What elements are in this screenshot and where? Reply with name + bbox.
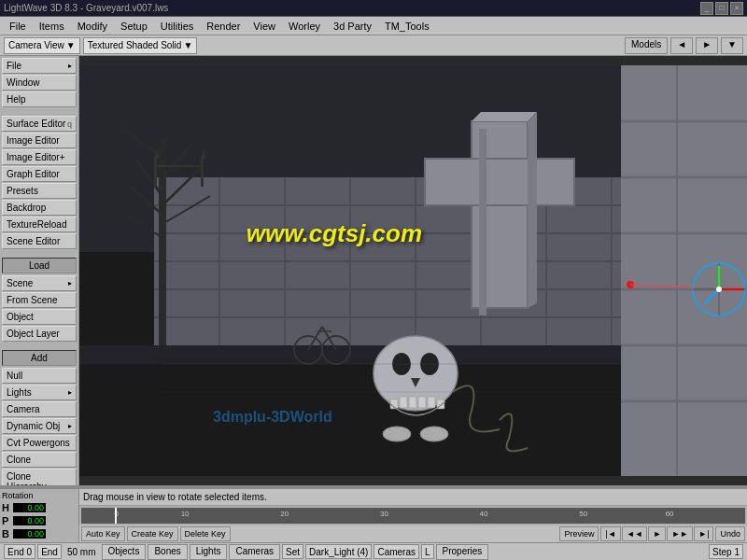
b-value-input[interactable]: [13, 529, 46, 539]
svg-rect-25: [159, 140, 166, 345]
scene-editor-btn[interactable]: Scene Editor: [2, 233, 77, 249]
presets-btn[interactable]: Presets: [2, 183, 77, 199]
object-layer-btn[interactable]: Object Layer: [2, 326, 77, 342]
tick-30: 30: [380, 510, 388, 518]
tick-10: 10: [181, 510, 190, 518]
play-btn[interactable]: ►: [648, 526, 666, 541]
surface-editor-btn[interactable]: Surface Editor q: [2, 116, 77, 132]
close-button[interactable]: ×: [730, 2, 743, 15]
tb-btn1[interactable]: ◄: [670, 37, 693, 54]
menu-utilities[interactable]: Utilities: [155, 20, 199, 33]
svg-rect-34: [201, 159, 204, 187]
camera-btn[interactable]: Camera: [2, 401, 77, 417]
watermark: www.cgtsj.com: [247, 219, 422, 248]
cvt-powergons-btn[interactable]: Cvt Powergons: [2, 435, 77, 451]
menu-render[interactable]: Render: [201, 20, 246, 33]
svg-marker-41: [472, 112, 537, 121]
rotation-h-row: H: [2, 501, 77, 514]
lights-btn[interactable]: Lights ▸: [2, 385, 77, 400]
load-section: Load Scene ▸ From Scene Object Object La…: [0, 256, 78, 344]
cameras-tab[interactable]: Cameras: [229, 544, 280, 560]
texturereload-btn[interactable]: TextureReload: [2, 217, 77, 232]
watermark2: 3dmplu-3DWorld: [213, 409, 332, 426]
from-scene-btn[interactable]: From Scene: [2, 292, 77, 308]
objects-tab[interactable]: Objects: [102, 544, 147, 560]
current-item-display: Dark_Light (4): [305, 544, 372, 559]
svg-rect-40: [479, 129, 486, 315]
undo-button[interactable]: Undo: [715, 526, 745, 541]
p-axis-label: P: [2, 515, 11, 526]
svg-rect-47: [400, 397, 407, 408]
timeline-content: Drag mouse in view to rotate selected it…: [79, 489, 747, 542]
end-label: End: [7, 547, 24, 557]
tick-20: 20: [280, 510, 289, 518]
b-axis-label: B: [2, 528, 11, 539]
lights-tab[interactable]: Lights: [190, 544, 228, 560]
step-label: Step 1: [709, 544, 743, 559]
menu-tmtools[interactable]: TM_Tools: [379, 20, 435, 33]
file-menu-btn[interactable]: File ▸: [2, 58, 77, 74]
mode-label: Cameras: [374, 544, 419, 559]
clone-btn[interactable]: Clone: [2, 452, 77, 468]
load-object-btn[interactable]: Object: [2, 309, 77, 325]
main-area: File ▸ Window Help Surface Editor q Imag…: [0, 56, 747, 485]
rotation-panel: Rotation H P B: [0, 489, 79, 542]
svg-rect-33: [154, 159, 157, 187]
auto-key-button[interactable]: Auto Key: [81, 526, 125, 541]
tb-btn3[interactable]: ▼: [721, 37, 743, 54]
menu-file[interactable]: File: [4, 20, 32, 33]
h-axis-label: H: [2, 502, 11, 513]
rotation-label: Rotation: [2, 491, 77, 501]
svg-point-52: [383, 427, 411, 441]
mm-value: 50 mm: [63, 547, 100, 557]
bones-tab[interactable]: Bones: [148, 544, 187, 560]
tb-btn2[interactable]: ►: [696, 37, 718, 54]
menu-view[interactable]: View: [247, 20, 281, 33]
load-scene-btn[interactable]: Scene ▸: [2, 275, 77, 291]
toolbar: Camera View ▼ Textured Shaded Solid ▼ Mo…: [0, 35, 747, 56]
next-frame-btn[interactable]: ►|: [694, 526, 713, 541]
playback-controls: |◄ ◄◄ ► ►► ►|: [600, 526, 713, 541]
minimize-button[interactable]: _: [700, 2, 713, 15]
render-mode-dropdown[interactable]: Textured Shaded Solid ▼: [83, 37, 198, 54]
create-key-button[interactable]: Create Key: [127, 526, 178, 541]
backdrop-btn[interactable]: Backdrop: [2, 200, 77, 216]
window-menu-btn[interactable]: Window: [2, 75, 77, 91]
menu-setup[interactable]: Setup: [115, 20, 153, 33]
timeline-bar[interactable]: 0 10 20 30 40 50 60: [81, 508, 745, 524]
menu-items[interactable]: Items: [34, 20, 70, 33]
title-bar-controls[interactable]: _ □ ×: [700, 2, 743, 15]
viewport[interactable]: www.cgtsj.com 3dmplu-3DWorld: [79, 56, 747, 485]
end-mm-label: End: [37, 544, 62, 559]
view-dropdown[interactable]: Camera View ▼: [4, 37, 80, 54]
image-editor-btn[interactable]: Image Editor: [2, 133, 77, 148]
playhead[interactable]: [115, 508, 117, 524]
preview-button[interactable]: Preview: [559, 526, 599, 541]
dynamic-obj-btn[interactable]: Dynamic Obj ▸: [2, 418, 77, 434]
timeline-controls: Auto Key Create Key Delete Key Preview |…: [79, 525, 747, 542]
step-back-btn[interactable]: ◄◄: [622, 526, 648, 541]
models-button[interactable]: Models: [625, 37, 668, 54]
clone-hierarchy-btn[interactable]: Clone Hierarchy: [2, 469, 77, 485]
load-header: Load: [2, 258, 77, 273]
status-message-row: Drag mouse in view to rotate selected it…: [79, 489, 747, 506]
delete-key-button[interactable]: Delete Key: [180, 526, 231, 541]
prev-frame-btn[interactable]: |◄: [600, 526, 620, 541]
app-title: LightWave 3D 8.3 - Graveyard.v007.lws: [4, 3, 168, 13]
menu-worley[interactable]: Worley: [283, 20, 326, 33]
properties-btn[interactable]: Properies: [436, 544, 489, 560]
maximize-button[interactable]: □: [715, 2, 728, 15]
svg-point-65: [716, 287, 722, 292]
menu-3dparty[interactable]: 3d Party: [328, 20, 377, 33]
svg-rect-48: [409, 397, 416, 408]
frame-indicator: End 0: [4, 544, 35, 559]
step-fwd-btn[interactable]: ►►: [667, 526, 693, 541]
tick-50: 50: [579, 510, 587, 518]
menu-modify[interactable]: Modify: [72, 20, 113, 33]
p-value-input[interactable]: [13, 516, 46, 525]
h-value-input[interactable]: [13, 503, 46, 512]
graph-editor-btn[interactable]: Graph Editor: [2, 166, 77, 182]
help-menu-btn[interactable]: Help: [2, 91, 77, 107]
image-editorplus-btn[interactable]: Image Editor+: [2, 149, 77, 165]
null-btn[interactable]: Null: [2, 368, 77, 384]
